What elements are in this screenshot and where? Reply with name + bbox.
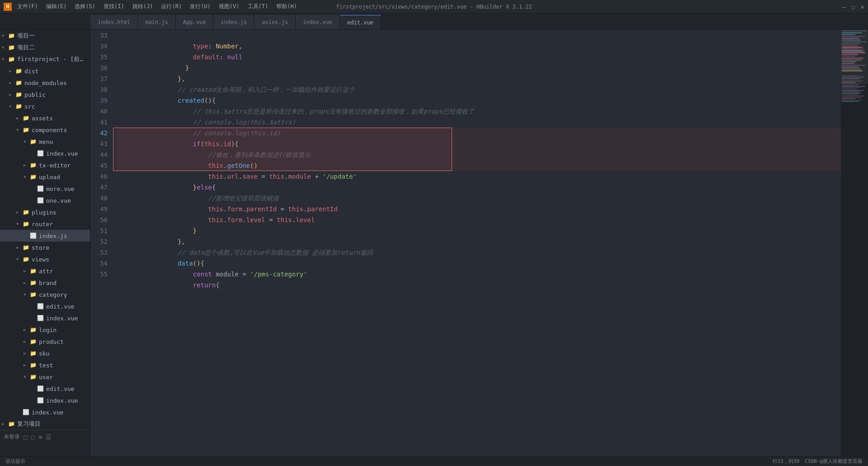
sidebar-item-user-edit-vue[interactable]: ⬜ edit.vue — [0, 383, 90, 395]
code-line-38: created(){ — [117, 84, 841, 95]
syntax-hint: 语法提示 — [5, 458, 25, 465]
sidebar-item-label: 项目二 — [17, 43, 35, 52]
sidebar-item-firstproject[interactable]: ▼ 📁 firstproject - [前端网页] — [0, 53, 90, 65]
sidebar-item-login[interactable]: ▶ 📁 login — [0, 324, 90, 336]
maximize-button[interactable]: ☐ — [851, 3, 855, 10]
menu-run[interactable]: 运行(R) — [157, 2, 185, 11]
svg-rect-42 — [842, 98, 855, 99]
collapse-arrow: ▼ — [24, 292, 30, 297]
sidebar-item-assets[interactable]: ▶ 📁 assets — [0, 112, 90, 124]
sidebar-item-router[interactable]: ▼ 📁 router — [0, 218, 90, 230]
minimap-svg — [841, 30, 868, 456]
sidebar-item-components[interactable]: ▼ 📁 components — [0, 124, 90, 136]
folder-icon: 📁 — [30, 162, 37, 168]
menu-jump[interactable]: 跳转(J) — [129, 2, 157, 11]
code-content: 33 34 35 36 37 38 39 40 41 42 43 44 45 4… — [90, 30, 841, 280]
code-lines: type: Number, default: null } }, — [113, 30, 841, 280]
sidebar-item-router-index-js[interactable]: ⬜ index.js — [0, 230, 90, 242]
code-line-50: } — [117, 214, 841, 225]
sidebar-item-one-vue[interactable]: ⬜ one.vue — [0, 195, 90, 206]
file-vue-icon: ⬜ — [37, 315, 44, 321]
close-button[interactable]: ✕ — [861, 3, 864, 10]
sidebar-item-category[interactable]: ▼ 📁 category — [0, 289, 90, 300]
menu-find[interactable]: 查找(I) — [100, 2, 128, 11]
sidebar-item-label: index.vue — [32, 409, 63, 416]
sidebar-item-review-project[interactable]: ▶ 📁 复习项目 — [0, 418, 90, 430]
svg-rect-30 — [842, 82, 855, 83]
sidebar-item-category-index-vue[interactable]: ⬜ index.vue — [0, 312, 90, 324]
tab-app-vue[interactable]: App.vue — [176, 15, 214, 29]
status-left: 语法提示 — [5, 458, 25, 465]
menu-select[interactable]: 选择(S) — [71, 2, 99, 11]
menu-tools[interactable]: 工具(T) — [244, 2, 272, 11]
tab-main-js[interactable]: main.js — [138, 15, 176, 29]
login-status[interactable]: 未登录 — [4, 433, 20, 441]
tab-edit-vue[interactable]: edit.vue — [340, 15, 381, 29]
tab-index-html[interactable]: index.html — [90, 15, 138, 29]
sidebar-icon-3[interactable]: ⊕ — [38, 433, 42, 441]
sidebar-item-upload[interactable]: ▼ 📁 upload — [0, 171, 90, 183]
sidebar-item-user[interactable]: ▼ 📁 user — [0, 371, 90, 383]
sidebar-item-sku[interactable]: ▶ 📁 sku — [0, 347, 90, 359]
code-line-44: this.getOne() — [117, 149, 841, 160]
menu-help[interactable]: 帮助(H) — [273, 2, 301, 11]
sidebar-item-src-index-vue[interactable]: ⬜ index.vue — [0, 406, 90, 418]
sidebar-item-label: node_modules — [24, 80, 67, 86]
sidebar-item-views[interactable]: ▼ 📁 views — [0, 253, 90, 265]
collapse-arrow: ▶ — [24, 363, 30, 367]
sidebar-item-brand[interactable]: ▶ 📁 brand — [0, 277, 90, 289]
menu-publish[interactable]: 发行(U) — [186, 2, 214, 11]
menu-file[interactable]: 文件(F) — [14, 2, 42, 11]
sidebar-item-attr[interactable]: ▶ 📁 attr — [0, 265, 90, 277]
tab-index-vue[interactable]: index.vue — [296, 15, 340, 29]
sidebar[interactable]: ▼ 📁 项目一 ▼ 📁 项目二 ▼ 📁 firstproject - [前端网页… — [0, 30, 90, 456]
sidebar-item-more-vue[interactable]: ⬜ more.vue — [0, 183, 90, 195]
sidebar-item-tx-editor[interactable]: ▶ 📁 tx-editor — [0, 159, 90, 171]
sidebar-icon-1[interactable]: □ — [24, 433, 27, 441]
folder-icon: 📁 — [15, 91, 23, 98]
svg-rect-37 — [842, 91, 859, 92]
sidebar-item-label: store — [32, 244, 49, 251]
svg-rect-43 — [842, 100, 863, 100]
sidebar-item-menu[interactable]: ▼ 📁 menu — [0, 136, 90, 147]
sidebar-item-public[interactable]: ▶ 📁 public — [0, 89, 90, 100]
sidebar-item-label: test — [39, 362, 53, 369]
window-controls[interactable]: — ☐ ✕ — [842, 3, 864, 10]
svg-rect-39 — [842, 94, 858, 95]
sidebar-item-project2[interactable]: ▼ 📁 项目二 — [0, 42, 90, 53]
tab-index-js[interactable]: index.js — [213, 15, 255, 29]
minimize-button[interactable]: — — [842, 3, 846, 10]
sidebar-item-category-edit-vue[interactable]: ⬜ edit.vue — [0, 300, 90, 312]
sidebar-item-project1[interactable]: ▼ 📁 项目一 — [0, 30, 90, 42]
menu-bar[interactable]: 文件(F) 编辑(E) 选择(S) 查找(I) 跳转(J) 运行(R) 发行(U… — [14, 2, 301, 11]
sidebar-item-test[interactable]: ▶ 📁 test — [0, 359, 90, 371]
svg-rect-38 — [842, 93, 861, 94]
sidebar-item-label: index.vue — [46, 150, 78, 157]
sidebar-item-user-index-vue[interactable]: ⬜ index.vue — [0, 395, 90, 406]
title-bar: H 文件(F) 编辑(E) 选择(S) 查找(I) 跳转(J) 运行(R) 发行… — [0, 0, 868, 14]
sidebar-item-label: index.vue — [46, 397, 78, 404]
sidebar-item-node-modules[interactable]: ▶ 📁 node_modules — [0, 77, 90, 89]
sidebar-item-label: components — [32, 127, 67, 133]
menu-edit[interactable]: 编辑(E) — [42, 2, 71, 11]
code-line-33: type: Number, — [117, 30, 841, 41]
sidebar-item-label: plugins — [32, 209, 57, 216]
sidebar-item-plugins[interactable]: ▶ 📁 plugins — [0, 206, 90, 218]
sidebar-item-menu-index-vue[interactable]: ⬜ index.vue — [0, 147, 90, 159]
svg-rect-44 — [842, 101, 859, 102]
code-line-46: }else{ — [117, 171, 841, 182]
sidebar-icon-4[interactable]: ☰ — [46, 433, 52, 441]
sidebar-item-dist[interactable]: ▶ 📁 dist — [0, 65, 90, 77]
folder-icon: 📁 — [23, 127, 30, 133]
code-line-51: }, — [117, 225, 841, 236]
svg-rect-25 — [842, 75, 858, 76]
menu-view[interactable]: 视图(V) — [215, 2, 243, 11]
sidebar-item-product[interactable]: ▶ 📁 product — [0, 336, 90, 347]
code-editor[interactable]: 33 34 35 36 37 38 39 40 41 42 43 44 45 4… — [90, 30, 841, 456]
minimap[interactable] — [841, 30, 868, 456]
sidebar-item-store[interactable]: ▶ 📁 store — [0, 242, 90, 253]
sidebar-icon-2[interactable]: □ — [31, 433, 34, 441]
sidebar-item-src[interactable]: ▼ 📁 src — [0, 100, 90, 112]
tab-axios-js[interactable]: axios.js — [255, 15, 296, 29]
collapse-arrow: ▶ — [24, 328, 30, 332]
